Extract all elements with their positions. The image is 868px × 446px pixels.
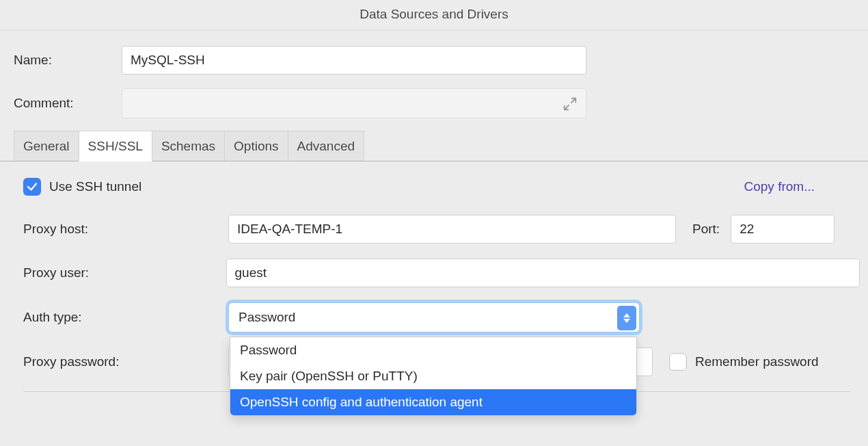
proxy-host-input[interactable]: [228, 215, 676, 244]
use-ssh-label: Use SSH tunnel: [49, 179, 141, 194]
auth-type-value: Password: [239, 310, 295, 325]
dropdown-stepper-icon: [617, 306, 636, 330]
tab-schemas[interactable]: Schemas: [152, 131, 225, 161]
checkbox-checked-icon: [23, 178, 41, 196]
name-input[interactable]: [122, 46, 586, 75]
port-label: Port:: [692, 222, 720, 237]
remember-password-label: Remember password: [695, 354, 819, 369]
proxy-password-label: Proxy password:: [23, 354, 228, 369]
proxy-user-label: Proxy user:: [23, 265, 226, 280]
tab-ssh-ssl[interactable]: SSH/SSL: [79, 131, 152, 161]
tab-advanced[interactable]: Advanced: [288, 131, 365, 161]
comment-label: Comment:: [14, 96, 122, 111]
auth-option-keypair[interactable]: Key pair (OpenSSH or PuTTY): [230, 363, 636, 389]
proxy-host-label: Proxy host:: [23, 222, 228, 237]
auth-type-dropdown-list: Password Key pair (OpenSSH or PuTTY) Ope…: [230, 337, 637, 416]
comment-input[interactable]: [122, 88, 586, 118]
name-label: Name:: [14, 53, 122, 68]
tab-bar: General SSH/SSL Schemas Options Advanced: [0, 131, 868, 161]
proxy-user-input[interactable]: [226, 259, 860, 287]
auth-type-label: Auth type:: [23, 310, 228, 325]
port-input[interactable]: [731, 215, 835, 244]
use-ssh-tunnel-checkbox[interactable]: Use SSH tunnel: [23, 178, 141, 196]
expand-icon: [562, 96, 578, 112]
ssh-panel: Use SSH tunnel Copy from... Proxy host: …: [0, 161, 868, 392]
datasource-header-form: Name: Comment:: [0, 31, 868, 131]
auth-option-password[interactable]: Password: [230, 337, 636, 363]
window-title: Data Sources and Drivers: [0, 0, 868, 29]
auth-type-select[interactable]: Password: [228, 302, 640, 332]
copy-from-link[interactable]: Copy from...: [744, 179, 815, 194]
tab-general[interactable]: General: [14, 131, 79, 161]
tab-options[interactable]: Options: [224, 131, 288, 161]
auth-option-openssh-agent[interactable]: OpenSSH config and authentication agent: [230, 389, 636, 415]
remember-password-checkbox[interactable]: Remember password: [669, 353, 819, 371]
checkbox-unchecked-icon: [669, 353, 687, 371]
